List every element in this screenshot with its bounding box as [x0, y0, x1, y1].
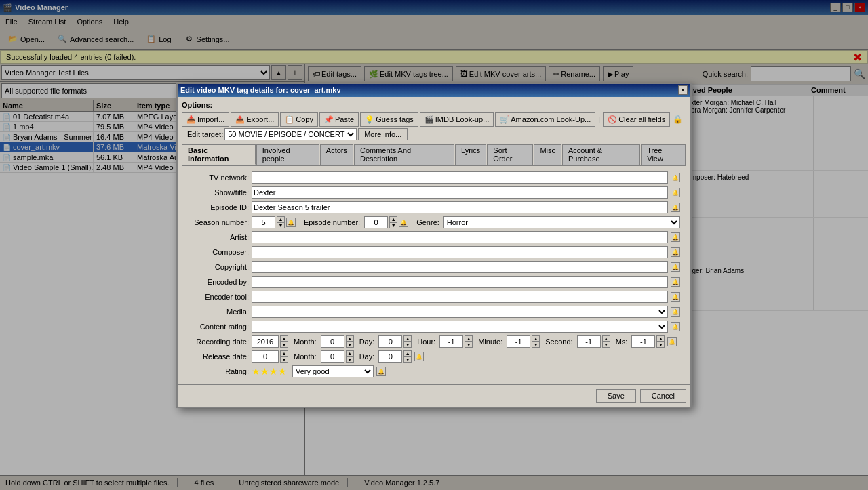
paste-button[interactable]: 📌 Paste	[319, 112, 359, 127]
season-down[interactable]: ▼	[277, 222, 285, 228]
rec-ms-up[interactable]: ▲	[656, 335, 665, 342]
tv-network-input[interactable]	[252, 171, 668, 184]
rec-hour-input[interactable]	[439, 335, 463, 348]
encoder-tool-label: Encoder tool:	[188, 293, 249, 301]
tab-comments-and-description[interactable]: Comments And Description	[354, 144, 454, 165]
season-label: Season number:	[188, 218, 249, 226]
rec-year-up[interactable]: ▲	[280, 335, 288, 342]
episode-input[interactable]	[364, 216, 388, 228]
rec-second-input[interactable]	[577, 335, 601, 348]
rel-note[interactable]: 🔔	[414, 352, 424, 361]
composer-note[interactable]: 🔔	[671, 247, 680, 257]
rel-day-up[interactable]: ▲	[403, 350, 412, 356]
imdb-button[interactable]: 🎬 IMDB Look-up...	[420, 112, 494, 127]
rec-day-down[interactable]: ▼	[403, 342, 412, 348]
rel-month-up[interactable]: ▲	[346, 350, 354, 356]
encoder-tool-note[interactable]: 🔔	[671, 292, 680, 302]
cancel-button[interactable]: Cancel	[640, 389, 686, 403]
rating-stars: ★★★★	[252, 366, 287, 377]
content-rating-dropdown[interactable]	[252, 321, 668, 333]
save-button[interactable]: Save	[596, 389, 636, 403]
media-note[interactable]: 🔔	[671, 307, 680, 317]
episode-id-input[interactable]	[252, 201, 668, 213]
show-title-note[interactable]: 🔔	[671, 188, 680, 197]
tv-network-label: TV network:	[188, 173, 249, 182]
episode-up[interactable]: ▲	[389, 216, 397, 222]
rel-month-input[interactable]	[321, 350, 344, 363]
rec-minute-input[interactable]	[507, 335, 530, 348]
imdb-icon: 🎬	[425, 115, 434, 124]
amazon-icon: 🛒	[500, 115, 509, 124]
clear-icon: 🚫	[608, 115, 617, 124]
rec-day-up[interactable]: ▲	[403, 335, 412, 342]
season-note[interactable]: 🔔	[286, 218, 296, 227]
rec-year-input[interactable]	[252, 335, 279, 348]
artist-label: Artist:	[188, 233, 249, 241]
rec-day-input[interactable]	[378, 335, 402, 348]
rel-year-down[interactable]: ▼	[280, 356, 288, 363]
rec-ms-input[interactable]	[631, 335, 655, 348]
dialog-close-button[interactable]: ×	[678, 85, 688, 95]
rating-note[interactable]: 🔔	[376, 367, 386, 376]
rec-minute-down[interactable]: ▼	[532, 342, 540, 348]
rel-year-up[interactable]: ▲	[280, 350, 288, 356]
rec-hour-up[interactable]: ▲	[465, 335, 473, 342]
rec-second-up[interactable]: ▲	[602, 335, 610, 342]
tab-actors[interactable]: Actors	[320, 144, 353, 165]
clear-all-button[interactable]: 🚫 Clear all fields	[603, 112, 670, 127]
rel-day-input[interactable]	[378, 350, 402, 363]
rating-dropdown[interactable]: Very good	[292, 365, 374, 377]
release-date-label: Release date:	[188, 352, 249, 361]
episode-down[interactable]: ▼	[389, 222, 397, 228]
edit-target-label: Edit target:	[187, 130, 223, 138]
rec-hour-down[interactable]: ▼	[465, 342, 473, 348]
artist-note[interactable]: 🔔	[671, 232, 680, 242]
copyright-note[interactable]: 🔔	[671, 262, 680, 272]
rec-ms-down[interactable]: ▼	[656, 342, 665, 348]
tab-involved-people[interactable]: Involved people	[256, 144, 319, 165]
show-title-input[interactable]	[252, 186, 668, 199]
copyright-input[interactable]	[252, 261, 668, 273]
encoded-by-note[interactable]: 🔔	[671, 277, 680, 287]
composer-input[interactable]	[252, 246, 668, 258]
hour-label: Hour:	[417, 338, 435, 346]
tab-lyrics[interactable]: Lyrics	[455, 144, 486, 165]
season-input[interactable]	[252, 216, 275, 228]
encoded-by-input[interactable]	[252, 276, 668, 288]
copyright-label: Copyright:	[188, 263, 249, 271]
rel-day-down[interactable]: ▼	[403, 356, 412, 363]
rec-minute-up[interactable]: ▲	[532, 335, 540, 342]
tab-tree-view[interactable]: Tree View	[641, 144, 686, 165]
import-button[interactable]: 📥 Import...	[182, 112, 229, 127]
rel-month-down[interactable]: ▼	[346, 356, 354, 363]
content-rating-note[interactable]: 🔔	[671, 322, 680, 331]
tab-misc[interactable]: Misc	[534, 144, 561, 165]
edit-target-dropdown[interactable]: 50 MOVIE / EPISODE / CONCERT	[224, 128, 357, 140]
rec-year-down[interactable]: ▼	[280, 342, 288, 348]
artist-input[interactable]	[252, 231, 668, 243]
rec-note[interactable]: 🔔	[667, 337, 677, 346]
encoder-tool-input[interactable]	[252, 291, 668, 303]
episode-note[interactable]: 🔔	[399, 218, 408, 227]
rec-second-down[interactable]: ▼	[602, 342, 610, 348]
copy-button[interactable]: 📋 Copy	[280, 112, 318, 127]
dialog-title-bar: Edit video MKV tag details for: cover_ar…	[178, 84, 690, 98]
tab-account-&-purchase[interactable]: Account & Purchase	[562, 144, 640, 165]
rec-month-down[interactable]: ▼	[346, 342, 354, 348]
genre-dropdown[interactable]: Horror	[443, 216, 680, 228]
tv-network-note[interactable]: 🔔	[671, 173, 680, 182]
export-button[interactable]: 📤 Export...	[231, 112, 279, 127]
season-up[interactable]: ▲	[277, 216, 285, 222]
guess-tags-button[interactable]: 💡 Guess tags	[360, 112, 418, 127]
tab-basic-information[interactable]: Basic Information	[182, 144, 256, 165]
import-icon: 📥	[186, 115, 196, 124]
content-rating-label: Content rating:	[188, 323, 249, 331]
media-dropdown[interactable]	[252, 306, 668, 318]
rec-month-up[interactable]: ▲	[346, 335, 354, 342]
more-info-button[interactable]: More info...	[358, 128, 408, 140]
rel-year-input[interactable]	[252, 350, 279, 363]
tab-sort-order[interactable]: Sort Order	[487, 144, 533, 165]
amazon-button[interactable]: 🛒 Amazon.com Look-Up...	[495, 112, 595, 127]
rec-month-input[interactable]	[321, 335, 344, 348]
episode-id-note[interactable]: 🔔	[671, 203, 680, 212]
